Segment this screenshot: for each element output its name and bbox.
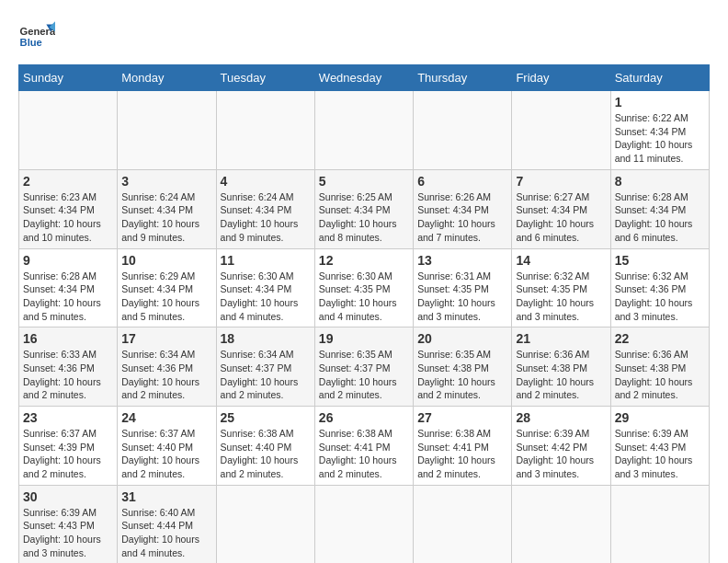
day-info: Sunrise: 6:28 AMSunset: 4:34 PMDaylight:… [615, 190, 705, 245]
calendar-cell: 11Sunrise: 6:30 AMSunset: 4:34 PMDayligh… [216, 248, 314, 327]
day-info: Sunrise: 6:35 AMSunset: 4:38 PMDaylight:… [417, 348, 507, 402]
day-number: 7 [516, 174, 606, 189]
calendar-cell [118, 91, 216, 170]
calendar-week-row: 23Sunrise: 6:37 AMSunset: 4:39 PMDayligh… [19, 407, 710, 486]
calendar-cell [610, 485, 709, 563]
day-number: 18 [221, 331, 311, 346]
day-info: Sunrise: 6:30 AMSunset: 4:34 PMDaylight:… [221, 270, 311, 324]
calendar-week-row: 16Sunrise: 6:33 AMSunset: 4:36 PMDayligh… [19, 327, 710, 407]
svg-text:Blue: Blue [20, 37, 42, 48]
day-info: Sunrise: 6:24 AMSunset: 4:34 PMDaylight:… [121, 190, 211, 245]
calendar-cell: 25Sunrise: 6:38 AMSunset: 4:40 PMDayligh… [216, 407, 314, 486]
calendar-cell: 9Sunrise: 6:28 AMSunset: 4:34 PMDaylight… [19, 248, 118, 327]
calendar-week-row: 2Sunrise: 6:23 AMSunset: 4:34 PMDaylight… [19, 169, 710, 248]
day-number: 24 [121, 410, 211, 425]
day-info: Sunrise: 6:28 AMSunset: 4:34 PMDaylight:… [23, 270, 113, 324]
calendar-cell: 21Sunrise: 6:36 AMSunset: 4:38 PMDayligh… [512, 327, 610, 407]
day-number: 12 [319, 253, 409, 268]
day-info: Sunrise: 6:32 AMSunset: 4:35 PMDaylight:… [516, 270, 606, 324]
day-number: 25 [221, 410, 311, 425]
calendar-cell [414, 485, 512, 563]
day-info: Sunrise: 6:34 AMSunset: 4:36 PMDaylight:… [121, 348, 211, 402]
calendar-week-row: 1Sunrise: 6:22 AMSunset: 4:34 PMDaylight… [19, 91, 710, 170]
day-number: 26 [319, 410, 409, 425]
calendar-cell: 15Sunrise: 6:32 AMSunset: 4:36 PMDayligh… [610, 248, 709, 327]
day-info: Sunrise: 6:39 AMSunset: 4:43 PMDaylight:… [615, 427, 705, 481]
day-of-week-header: Saturday [610, 65, 709, 91]
calendar-cell: 26Sunrise: 6:38 AMSunset: 4:41 PMDayligh… [314, 407, 413, 486]
logo: General Blue [18, 18, 55, 55]
day-number: 20 [417, 331, 507, 346]
calendar-cell [414, 91, 512, 170]
calendar-cell: 5Sunrise: 6:25 AMSunset: 4:34 PMDaylight… [314, 169, 413, 248]
day-number: 29 [615, 410, 705, 425]
calendar-cell [216, 485, 314, 563]
day-number: 27 [417, 410, 507, 425]
day-number: 13 [417, 253, 507, 268]
calendar-cell: 1Sunrise: 6:22 AMSunset: 4:34 PMDaylight… [610, 91, 709, 170]
calendar-cell: 7Sunrise: 6:27 AMSunset: 4:34 PMDaylight… [512, 169, 610, 248]
calendar-cell: 14Sunrise: 6:32 AMSunset: 4:35 PMDayligh… [512, 248, 610, 327]
day-info: Sunrise: 6:22 AMSunset: 4:34 PMDaylight:… [615, 111, 705, 166]
calendar-cell: 28Sunrise: 6:39 AMSunset: 4:42 PMDayligh… [512, 407, 610, 486]
calendar-cell: 16Sunrise: 6:33 AMSunset: 4:36 PMDayligh… [19, 327, 118, 407]
calendar-cell [512, 91, 610, 170]
day-info: Sunrise: 6:38 AMSunset: 4:40 PMDaylight:… [221, 427, 311, 481]
calendar-cell: 20Sunrise: 6:35 AMSunset: 4:38 PMDayligh… [414, 327, 512, 407]
day-info: Sunrise: 6:32 AMSunset: 4:36 PMDaylight:… [615, 270, 705, 324]
calendar-cell: 3Sunrise: 6:24 AMSunset: 4:34 PMDaylight… [118, 169, 216, 248]
day-of-week-header: Thursday [414, 65, 512, 91]
calendar-cell: 13Sunrise: 6:31 AMSunset: 4:35 PMDayligh… [414, 248, 512, 327]
day-of-week-header: Friday [512, 65, 610, 91]
calendar-cell: 8Sunrise: 6:28 AMSunset: 4:34 PMDaylight… [610, 169, 709, 248]
day-number: 3 [121, 174, 211, 189]
day-number: 5 [319, 174, 409, 189]
calendar-cell: 17Sunrise: 6:34 AMSunset: 4:36 PMDayligh… [118, 327, 216, 407]
day-of-week-header: Wednesday [314, 65, 413, 91]
day-number: 4 [221, 174, 311, 189]
day-number: 10 [121, 253, 211, 268]
day-info: Sunrise: 6:40 AMSunset: 4:44 PMDaylight:… [121, 506, 211, 560]
day-number: 6 [417, 174, 507, 189]
calendar-cell: 2Sunrise: 6:23 AMSunset: 4:34 PMDaylight… [19, 169, 118, 248]
day-info: Sunrise: 6:33 AMSunset: 4:36 PMDaylight:… [23, 348, 113, 402]
calendar-cell [512, 485, 610, 563]
day-number: 2 [23, 174, 113, 189]
day-of-week-header: Monday [118, 65, 216, 91]
calendar-cell: 23Sunrise: 6:37 AMSunset: 4:39 PMDayligh… [19, 407, 118, 486]
day-number: 31 [121, 489, 211, 504]
logo-icon: General Blue [18, 18, 55, 55]
day-info: Sunrise: 6:24 AMSunset: 4:34 PMDaylight:… [221, 190, 311, 245]
day-info: Sunrise: 6:29 AMSunset: 4:34 PMDaylight:… [121, 270, 211, 324]
calendar-cell: 24Sunrise: 6:37 AMSunset: 4:40 PMDayligh… [118, 407, 216, 486]
day-info: Sunrise: 6:34 AMSunset: 4:37 PMDaylight:… [221, 348, 311, 402]
calendar-cell: 12Sunrise: 6:30 AMSunset: 4:35 PMDayligh… [314, 248, 413, 327]
day-number: 14 [516, 253, 606, 268]
calendar-cell: 27Sunrise: 6:38 AMSunset: 4:41 PMDayligh… [414, 407, 512, 486]
day-info: Sunrise: 6:38 AMSunset: 4:41 PMDaylight:… [417, 427, 507, 481]
day-number: 11 [221, 253, 311, 268]
day-info: Sunrise: 6:36 AMSunset: 4:38 PMDaylight:… [615, 348, 705, 402]
day-info: Sunrise: 6:36 AMSunset: 4:38 PMDaylight:… [516, 348, 606, 402]
calendar-week-row: 9Sunrise: 6:28 AMSunset: 4:34 PMDaylight… [19, 248, 710, 327]
day-number: 22 [615, 331, 705, 346]
calendar-week-row: 30Sunrise: 6:39 AMSunset: 4:43 PMDayligh… [19, 485, 710, 563]
calendar-cell: 22Sunrise: 6:36 AMSunset: 4:38 PMDayligh… [610, 327, 709, 407]
day-info: Sunrise: 6:27 AMSunset: 4:34 PMDaylight:… [516, 190, 606, 245]
day-info: Sunrise: 6:39 AMSunset: 4:43 PMDaylight:… [23, 506, 113, 560]
day-info: Sunrise: 6:37 AMSunset: 4:40 PMDaylight:… [121, 427, 211, 481]
calendar-cell [19, 91, 118, 170]
day-number: 30 [23, 489, 113, 504]
day-info: Sunrise: 6:23 AMSunset: 4:34 PMDaylight:… [23, 190, 113, 245]
calendar-cell [314, 485, 413, 563]
day-info: Sunrise: 6:30 AMSunset: 4:35 PMDaylight:… [319, 270, 409, 324]
day-info: Sunrise: 6:25 AMSunset: 4:34 PMDaylight:… [319, 190, 409, 245]
day-info: Sunrise: 6:35 AMSunset: 4:37 PMDaylight:… [319, 348, 409, 402]
calendar-cell [314, 91, 413, 170]
day-number: 19 [319, 331, 409, 346]
calendar-cell: 29Sunrise: 6:39 AMSunset: 4:43 PMDayligh… [610, 407, 709, 486]
calendar-cell: 10Sunrise: 6:29 AMSunset: 4:34 PMDayligh… [118, 248, 216, 327]
day-number: 23 [23, 410, 113, 425]
day-info: Sunrise: 6:31 AMSunset: 4:35 PMDaylight:… [417, 270, 507, 324]
day-number: 9 [23, 253, 113, 268]
